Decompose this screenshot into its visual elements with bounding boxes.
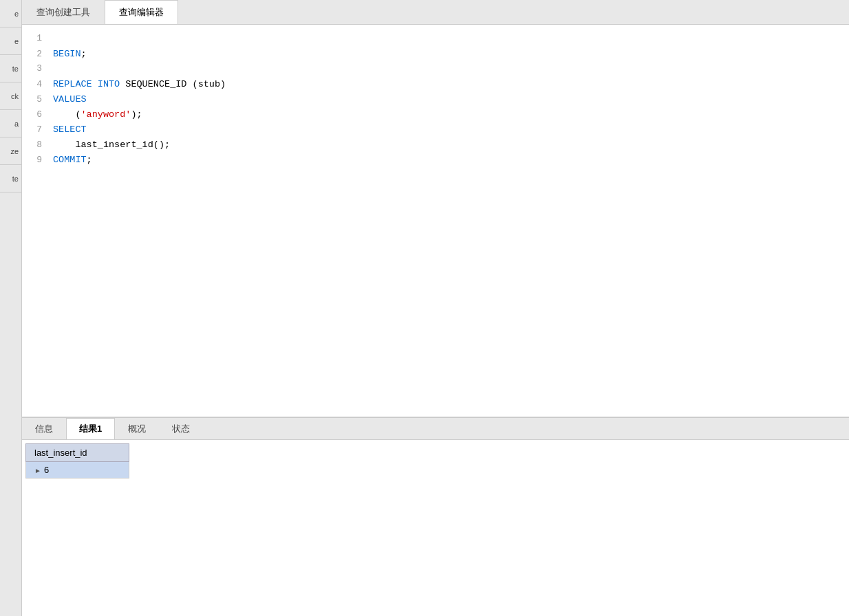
- cell-value: ►6: [26, 462, 129, 478]
- tab-status[interactable]: 状态: [159, 418, 203, 439]
- line-number-4: 4: [22, 78, 53, 92]
- column-header-last-insert-id: last_insert_id: [26, 444, 129, 462]
- results-panel: 信息 结果1 概况 状态 last_insert_id ►6: [22, 417, 849, 616]
- code-line-2: 2 BEGIN;: [22, 47, 849, 62]
- sidebar-item-5[interactable]: a: [0, 110, 21, 138]
- tab-overview[interactable]: 概况: [115, 418, 159, 439]
- code-line-6: 6 ('anyword');: [22, 107, 849, 122]
- code-line-1: 1: [22, 32, 849, 47]
- table-row[interactable]: ►6: [26, 462, 129, 478]
- line-number-6: 6: [22, 108, 53, 122]
- code-line-9: 9 COMMIT;: [22, 153, 849, 168]
- results-table: last_insert_id ►6: [25, 443, 129, 478]
- line-number-9: 9: [22, 153, 53, 168]
- line-content-9: COMMIT;: [53, 153, 849, 168]
- line-number-5: 5: [22, 93, 53, 107]
- sidebar-item-6[interactable]: ze: [0, 138, 21, 165]
- line-content-7: SELECT: [53, 122, 849, 138]
- tab-result1[interactable]: 结果1: [66, 418, 115, 439]
- sidebar-item-4[interactable]: ck: [0, 82, 21, 110]
- line-content-8: last_insert_id();: [53, 138, 849, 153]
- tab-query-builder[interactable]: 查询创建工具: [22, 0, 105, 24]
- line-content-2: BEGIN;: [53, 47, 849, 62]
- line-content-5: VALUES: [53, 92, 849, 107]
- sidebar-item-1[interactable]: e: [0, 0, 21, 28]
- line-number-7: 7: [22, 123, 53, 138]
- line-number-2: 2: [22, 47, 53, 62]
- code-line-3: 3: [22, 62, 849, 77]
- tab-info[interactable]: 信息: [22, 418, 66, 439]
- row-arrow-icon: ►: [34, 467, 41, 474]
- line-number-1: 1: [22, 32, 53, 46]
- cell-text: 6: [44, 465, 49, 475]
- sidebar-item-3[interactable]: te: [0, 55, 21, 82]
- tab-query-editor[interactable]: 查询编辑器: [105, 0, 178, 24]
- line-number-8: 8: [22, 138, 53, 153]
- results-table-container[interactable]: last_insert_id ►6: [22, 440, 849, 616]
- code-editor[interactable]: 1 2 BEGIN; 3 4 REPLACE INTO SEQUENCE_ID …: [22, 25, 849, 417]
- line-content-6: ('anyword');: [53, 107, 849, 122]
- sidebar-item-7[interactable]: te: [0, 165, 21, 192]
- sidebar-item-2[interactable]: e: [0, 28, 21, 55]
- code-line-7: 7 SELECT: [22, 122, 849, 138]
- line-number-3: 3: [22, 62, 53, 76]
- main-content: 查询创建工具 查询编辑器 1 2 BEGIN; 3 4 REPLACE INTO…: [22, 0, 849, 616]
- sidebar: e e te ck a ze te: [0, 0, 22, 616]
- code-line-5: 5 VALUES: [22, 92, 849, 107]
- code-line-4: 4 REPLACE INTO SEQUENCE_ID (stub): [22, 77, 849, 92]
- tab-bar: 查询创建工具 查询编辑器: [22, 0, 849, 25]
- code-line-8: 8 last_insert_id();: [22, 138, 849, 153]
- results-tab-bar: 信息 结果1 概况 状态: [22, 418, 849, 440]
- line-content-4: REPLACE INTO SEQUENCE_ID (stub): [53, 77, 849, 92]
